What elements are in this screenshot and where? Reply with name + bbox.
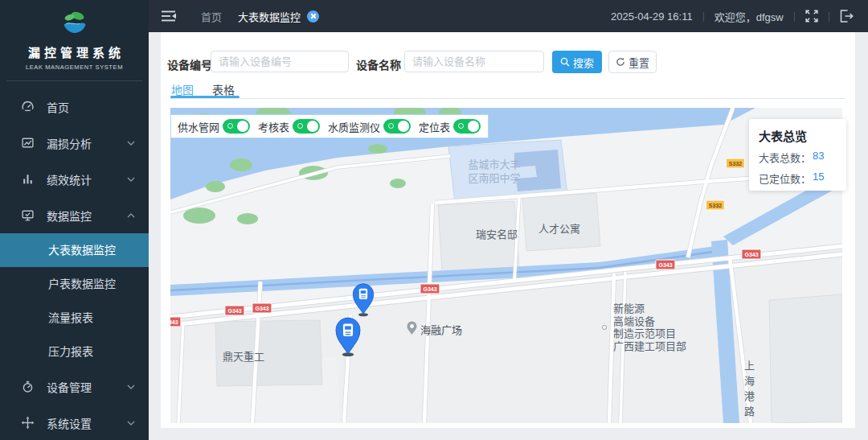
toggle-label-positioning-meter: 定位表 (419, 119, 450, 134)
logout-icon[interactable] (840, 10, 854, 23)
road-badge-g343: G343 (224, 306, 244, 316)
sidebar-item-label: 绩效统计 (47, 171, 92, 187)
map-label-apartment: 人才公寓 (538, 220, 580, 236)
analysis-chart-icon (21, 136, 35, 150)
bar-chart-icon (21, 172, 35, 186)
sidebar-item-household-meter-monitoring[interactable]: 户表数据监控 (0, 267, 149, 301)
chevron-down-icon (127, 384, 135, 389)
divider (6, 80, 142, 81)
refresh-icon (616, 57, 625, 67)
map-label-road: 上海港路 (741, 360, 756, 421)
map-label-project: 新能源 高端设备 制造示范项目 广西建工项目部 (613, 302, 686, 352)
sidebar-menu: 首页 漏损分析 绩效统计 (0, 88, 149, 440)
sidebar-item-label: 设备管理 (47, 379, 92, 395)
sidebar-item-home[interactable]: 首页 (0, 88, 149, 125)
tab-close-icon[interactable] (307, 10, 319, 23)
divider: | (702, 10, 705, 22)
sidebar-collapse-icon[interactable] (162, 10, 177, 22)
toggle-label-pipe-network: 供水管网 (178, 119, 219, 134)
divider: | (828, 10, 830, 22)
tab-table[interactable]: 表格 (212, 81, 235, 97)
toggle-positioning-meter[interactable] (453, 119, 481, 134)
map-canvas[interactable]: 盐城市大丰 区南阳中学 瑞安名邸 人才公寓 鼎天重工 新能源 高端设备 制造示范… (170, 108, 842, 423)
sidebar-item-label: 压力报表 (48, 345, 93, 358)
toggle-assessment-meter[interactable] (293, 119, 320, 134)
device-code-label: 设备编号 (167, 56, 212, 72)
monitor-icon (21, 208, 35, 222)
chevron-down-icon (127, 420, 135, 426)
device-name-input[interactable] (404, 51, 544, 72)
road-badge-g343: G343 (420, 284, 440, 294)
overview-title: 大表总览 (759, 127, 837, 144)
toggle-pipe-network[interactable] (223, 119, 250, 134)
road-badge-s332: S332 (726, 158, 745, 169)
sidebar-item-leak-analysis[interactable]: 漏损分析 (0, 125, 149, 161)
app-subtitle: LEAK MANAGEMENT SYSTEM (0, 64, 149, 71)
chevron-down-icon (127, 140, 135, 146)
sidebar-item-big-meter-monitoring[interactable]: 大表数据监控 (0, 233, 149, 267)
map-label-school: 盐城市大丰 区南阳中学 (468, 158, 520, 185)
sidebar-item-system-settings[interactable]: 系统设置 (0, 405, 149, 440)
toggle-label-assessment-meter: 考核表 (258, 119, 289, 134)
topbar: 首页 大表数据监控 2025-04-29 16:11 | 欢迎您，dfgsw |… (149, 0, 868, 32)
sidebar-item-label: 大表数据监控 (48, 244, 116, 257)
map-label-factory: 鼎天重工 (223, 348, 264, 364)
sidebar-item-label: 系统设置 (47, 415, 92, 431)
map-poi-dot (602, 325, 607, 330)
datetime-text: 2025-04-29 16:11 (611, 10, 693, 23)
sidebar-item-label: 漏损分析 (47, 135, 92, 151)
sidebar-item-data-monitoring[interactable]: 数据监控 (0, 197, 149, 233)
poi-pin-icon (406, 320, 418, 335)
toggle-water-quality-monitor[interactable] (383, 119, 411, 134)
device-code-input[interactable] (211, 51, 349, 72)
search-icon (560, 57, 570, 67)
map-layer-toggle-bar: 供水管网 考核表 水质监测仪 定位表 (170, 114, 489, 138)
sidebar-item-device-management[interactable]: 设备管理 (0, 368, 149, 405)
app-logo-icon (59, 7, 90, 36)
located-meters-value: 15 (813, 171, 824, 186)
reset-button[interactable]: 重置 (608, 51, 657, 73)
divider (170, 98, 845, 99)
active-tab-indicator (170, 96, 240, 98)
welcome-user-text: 欢迎您，dfgsw (714, 9, 784, 24)
move-arrows-icon (21, 416, 35, 430)
app-title: 漏控管理系统 (0, 43, 149, 60)
chevron-down-icon (127, 176, 135, 182)
sidebar-item-label: 首页 (47, 99, 69, 115)
search-button[interactable]: 搜索 (552, 51, 602, 73)
sidebar-item-label: 户表数据监控 (48, 278, 116, 290)
dashboard-icon (21, 100, 35, 113)
sidebar-item-label: 流量报表 (48, 311, 93, 324)
chevron-up-icon (127, 212, 135, 218)
breadcrumb-current-tab: 大表数据监控 (238, 9, 301, 24)
total-meters-value: 83 (813, 150, 824, 165)
app-window: 漏控管理系统 LEAK MANAGEMENT SYSTEM 首页 (0, 0, 868, 440)
fullscreen-icon[interactable] (805, 10, 818, 23)
road-badge-g343: G343 (741, 249, 761, 260)
breadcrumb-home[interactable]: 首页 (201, 9, 222, 24)
sidebar-item-performance-stats[interactable]: 绩效统计 (0, 161, 149, 197)
meter-pin[interactable] (332, 315, 364, 357)
map-label-estate: 瑞安名邸 (476, 226, 518, 241)
map-label-plaza: 海融广场 (420, 322, 462, 337)
road-badge-s332: S332 (706, 200, 725, 211)
gauge-icon (21, 380, 35, 393)
toggle-label-water-quality-monitor: 水质监测仪 (328, 119, 380, 134)
sidebar-item-label: 数据监控 (47, 208, 92, 224)
logo-area: 漏控管理系统 LEAK MANAGEMENT SYSTEM (0, 0, 149, 81)
overview-located-row: 已定位数： 15 (759, 171, 837, 186)
device-name-label: 设备名称 (356, 56, 401, 72)
road-badge-g343: G343 (655, 260, 675, 270)
meter-pin[interactable] (350, 281, 377, 317)
sidebar-item-pressure-report[interactable]: 压力报表 (0, 335, 149, 368)
tab-map[interactable]: 地图 (171, 81, 194, 97)
sidebar-item-flow-report[interactable]: 流量报表 (0, 301, 149, 335)
sidebar: 漏控管理系统 LEAK MANAGEMENT SYSTEM 首页 (0, 0, 149, 440)
divider: | (793, 10, 796, 22)
meter-overview-card: 大表总览 大表总数： 83 已定位数： 15 (749, 119, 846, 191)
road-badge-g343: G343 (170, 317, 182, 327)
road-badge-g343: G343 (252, 303, 272, 314)
overview-total-row: 大表总数： 83 (759, 150, 837, 165)
